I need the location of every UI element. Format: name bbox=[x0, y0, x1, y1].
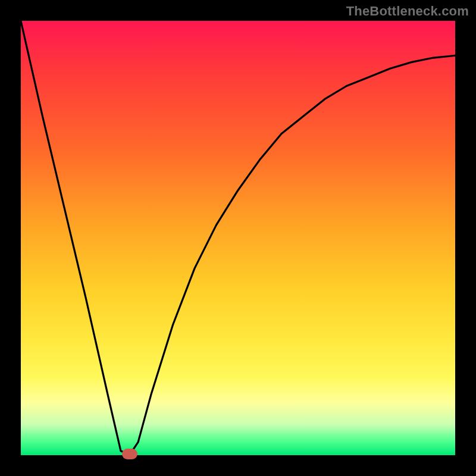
chart-stage: TheBottleneck.com bbox=[0, 0, 476, 476]
watermark-text: TheBottleneck.com bbox=[346, 4, 469, 19]
curve-path bbox=[21, 21, 455, 455]
minimum-marker bbox=[122, 449, 137, 459]
bottleneck-curve bbox=[21, 21, 455, 455]
plot-area bbox=[21, 21, 455, 455]
